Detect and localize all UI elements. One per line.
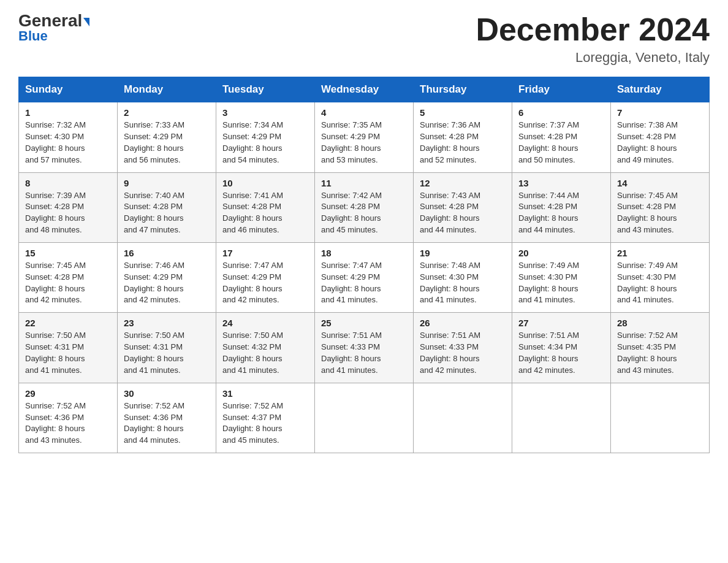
calendar-day-cell: 3Sunrise: 7:34 AMSunset: 4:29 PMDaylight… (216, 102, 315, 172)
calendar-day-cell: 13Sunrise: 7:44 AMSunset: 4:28 PMDayligh… (512, 172, 611, 242)
calendar-day-cell: 9Sunrise: 7:40 AMSunset: 4:28 PMDaylight… (118, 172, 216, 242)
day-info: Sunrise: 7:44 AMSunset: 4:28 PMDaylight:… (518, 191, 579, 235)
calendar-day-cell: 17Sunrise: 7:47 AMSunset: 4:29 PMDayligh… (216, 242, 315, 312)
day-number: 6 (518, 107, 604, 118)
day-number: 22 (25, 318, 111, 328)
calendar-day-cell: 14Sunrise: 7:45 AMSunset: 4:28 PMDayligh… (611, 172, 710, 242)
calendar-day-cell: 26Sunrise: 7:51 AMSunset: 4:33 PMDayligh… (414, 313, 512, 383)
header-sunday: Sunday (19, 77, 118, 102)
day-info: Sunrise: 7:47 AMSunset: 4:29 PMDaylight:… (321, 261, 382, 305)
week-row-5: 29Sunrise: 7:52 AMSunset: 4:36 PMDayligh… (19, 383, 710, 453)
calendar-day-cell: 28Sunrise: 7:52 AMSunset: 4:35 PMDayligh… (611, 313, 710, 383)
calendar-day-cell: 8Sunrise: 7:39 AMSunset: 4:28 PMDaylight… (19, 172, 118, 242)
calendar-day-cell: 21Sunrise: 7:49 AMSunset: 4:30 PMDayligh… (611, 242, 710, 312)
day-info: Sunrise: 7:40 AMSunset: 4:28 PMDaylight:… (124, 191, 184, 235)
calendar-day-cell (611, 383, 710, 453)
week-row-4: 22Sunrise: 7:50 AMSunset: 4:31 PMDayligh… (19, 313, 710, 383)
page-header: General Blue December 2024 Loreggia, Ven… (18, 12, 710, 66)
day-number: 7 (617, 107, 703, 118)
day-number: 28 (617, 318, 703, 328)
calendar-day-cell: 1Sunrise: 7:32 AMSunset: 4:30 PMDaylight… (19, 102, 118, 172)
day-number: 31 (222, 388, 308, 399)
day-info: Sunrise: 7:46 AMSunset: 4:29 PMDaylight:… (124, 261, 184, 305)
day-info: Sunrise: 7:35 AMSunset: 4:29 PMDaylight:… (321, 120, 382, 164)
header-thursday: Thursday (414, 77, 512, 102)
day-number: 27 (518, 318, 604, 328)
calendar-day-cell: 5Sunrise: 7:36 AMSunset: 4:28 PMDaylight… (414, 102, 512, 172)
calendar-day-cell: 22Sunrise: 7:50 AMSunset: 4:31 PMDayligh… (19, 313, 118, 383)
logo: General Blue (18, 12, 89, 44)
day-number: 4 (321, 107, 407, 118)
calendar-day-cell: 4Sunrise: 7:35 AMSunset: 4:29 PMDaylight… (315, 102, 414, 172)
day-info: Sunrise: 7:51 AMSunset: 4:34 PMDaylight:… (518, 331, 579, 375)
day-number: 12 (420, 178, 506, 188)
day-info: Sunrise: 7:39 AMSunset: 4:28 PMDaylight:… (25, 191, 86, 235)
day-number: 24 (222, 318, 308, 328)
calendar-day-cell: 25Sunrise: 7:51 AMSunset: 4:33 PMDayligh… (315, 313, 414, 383)
calendar-day-cell: 12Sunrise: 7:43 AMSunset: 4:28 PMDayligh… (414, 172, 512, 242)
day-info: Sunrise: 7:51 AMSunset: 4:33 PMDaylight:… (321, 331, 382, 375)
day-number: 9 (124, 178, 210, 188)
calendar-day-cell: 23Sunrise: 7:50 AMSunset: 4:31 PMDayligh… (118, 313, 216, 383)
day-info: Sunrise: 7:36 AMSunset: 4:28 PMDaylight:… (420, 120, 480, 164)
day-number: 11 (321, 178, 407, 188)
calendar-day-cell: 24Sunrise: 7:50 AMSunset: 4:32 PMDayligh… (216, 313, 315, 383)
day-info: Sunrise: 7:37 AMSunset: 4:28 PMDaylight:… (518, 120, 579, 164)
day-info: Sunrise: 7:49 AMSunset: 4:30 PMDaylight:… (617, 261, 678, 305)
week-row-2: 8Sunrise: 7:39 AMSunset: 4:28 PMDaylight… (19, 172, 710, 242)
calendar-day-cell: 2Sunrise: 7:33 AMSunset: 4:29 PMDaylight… (118, 102, 216, 172)
calendar-day-cell: 7Sunrise: 7:38 AMSunset: 4:28 PMDaylight… (611, 102, 710, 172)
day-number: 2 (124, 107, 210, 118)
day-info: Sunrise: 7:52 AMSunset: 4:36 PMDaylight:… (124, 401, 184, 445)
day-info: Sunrise: 7:47 AMSunset: 4:29 PMDaylight:… (222, 261, 283, 305)
day-number: 10 (222, 178, 308, 188)
calendar-day-cell: 18Sunrise: 7:47 AMSunset: 4:29 PMDayligh… (315, 242, 414, 312)
header-wednesday: Wednesday (315, 77, 414, 102)
calendar-day-cell: 15Sunrise: 7:45 AMSunset: 4:28 PMDayligh… (19, 242, 118, 312)
header-tuesday: Tuesday (216, 77, 315, 102)
calendar-day-cell: 20Sunrise: 7:49 AMSunset: 4:30 PMDayligh… (512, 242, 611, 312)
calendar-day-cell: 19Sunrise: 7:48 AMSunset: 4:30 PMDayligh… (414, 242, 512, 312)
day-number: 23 (124, 318, 210, 328)
calendar-day-cell: 11Sunrise: 7:42 AMSunset: 4:28 PMDayligh… (315, 172, 414, 242)
day-info: Sunrise: 7:50 AMSunset: 4:32 PMDaylight:… (222, 331, 283, 375)
day-info: Sunrise: 7:51 AMSunset: 4:33 PMDaylight:… (420, 331, 480, 375)
day-info: Sunrise: 7:38 AMSunset: 4:28 PMDaylight:… (617, 120, 678, 164)
logo-general: General (18, 12, 89, 29)
week-row-3: 15Sunrise: 7:45 AMSunset: 4:28 PMDayligh… (19, 242, 710, 312)
day-number: 18 (321, 248, 407, 258)
day-number: 1 (25, 107, 111, 118)
calendar-day-cell (315, 383, 414, 453)
day-number: 15 (25, 248, 111, 258)
title-area: December 2024 Loreggia, Veneto, Italy (476, 12, 710, 66)
header-friday: Friday (512, 77, 611, 102)
day-number: 16 (124, 248, 210, 258)
calendar-day-cell: 31Sunrise: 7:52 AMSunset: 4:37 PMDayligh… (216, 383, 315, 453)
week-row-1: 1Sunrise: 7:32 AMSunset: 4:30 PMDaylight… (19, 102, 710, 172)
day-number: 13 (518, 178, 604, 188)
day-number: 19 (420, 248, 506, 258)
day-info: Sunrise: 7:41 AMSunset: 4:28 PMDaylight:… (222, 191, 283, 235)
day-info: Sunrise: 7:52 AMSunset: 4:37 PMDaylight:… (222, 401, 283, 445)
day-number: 21 (617, 248, 703, 258)
calendar-day-cell: 6Sunrise: 7:37 AMSunset: 4:28 PMDaylight… (512, 102, 611, 172)
day-info: Sunrise: 7:50 AMSunset: 4:31 PMDaylight:… (124, 331, 184, 375)
calendar-day-cell: 30Sunrise: 7:52 AMSunset: 4:36 PMDayligh… (118, 383, 216, 453)
month-title: December 2024 (476, 12, 710, 47)
day-number: 5 (420, 107, 506, 118)
day-info: Sunrise: 7:42 AMSunset: 4:28 PMDaylight:… (321, 191, 382, 235)
calendar-day-cell: 27Sunrise: 7:51 AMSunset: 4:34 PMDayligh… (512, 313, 611, 383)
calendar-day-cell: 29Sunrise: 7:52 AMSunset: 4:36 PMDayligh… (19, 383, 118, 453)
header-monday: Monday (118, 77, 216, 102)
day-info: Sunrise: 7:45 AMSunset: 4:28 PMDaylight:… (25, 261, 86, 305)
day-info: Sunrise: 7:34 AMSunset: 4:29 PMDaylight:… (222, 120, 283, 164)
day-number: 8 (25, 178, 111, 188)
day-number: 17 (222, 248, 308, 258)
day-info: Sunrise: 7:33 AMSunset: 4:29 PMDaylight:… (124, 120, 184, 164)
header-saturday: Saturday (611, 77, 710, 102)
day-number: 30 (124, 388, 210, 399)
calendar-day-cell: 10Sunrise: 7:41 AMSunset: 4:28 PMDayligh… (216, 172, 315, 242)
day-info: Sunrise: 7:49 AMSunset: 4:30 PMDaylight:… (518, 261, 579, 305)
day-info: Sunrise: 7:52 AMSunset: 4:35 PMDaylight:… (617, 331, 678, 375)
day-info: Sunrise: 7:32 AMSunset: 4:30 PMDaylight:… (25, 120, 86, 164)
